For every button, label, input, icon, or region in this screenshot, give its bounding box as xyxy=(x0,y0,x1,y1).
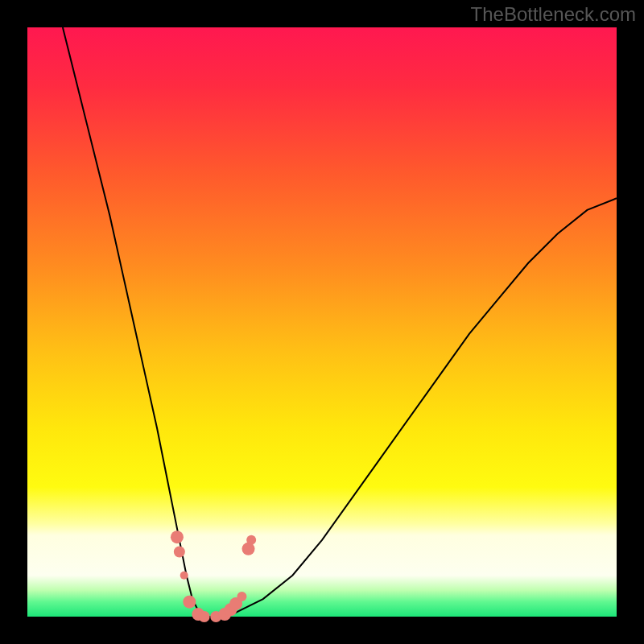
plot-area xyxy=(27,27,617,617)
data-marker xyxy=(171,530,184,543)
data-marker xyxy=(183,596,196,609)
chart-svg xyxy=(0,0,644,644)
data-marker xyxy=(237,592,246,601)
data-marker xyxy=(199,611,210,622)
data-marker xyxy=(246,535,256,545)
data-marker xyxy=(174,546,185,557)
watermark-text: TheBottleneck.com xyxy=(471,3,636,26)
data-marker xyxy=(180,572,188,580)
